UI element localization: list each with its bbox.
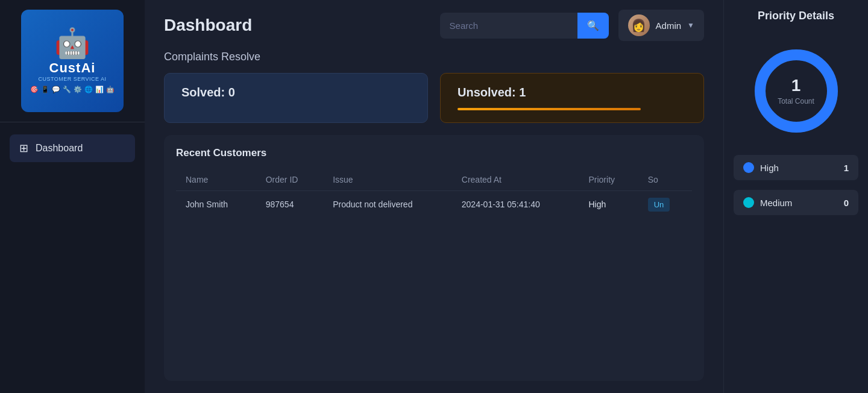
logo-container: 🤖 CustAi CUSTOMER SERVICE AI 🎯 📱 💬 🔧 ⚙️ … <box>0 0 145 122</box>
icon-2: 📱 <box>41 86 49 93</box>
search-button[interactable]: 🔍 <box>577 13 609 39</box>
stat-card-unsolved: Unsolved: 1 <box>440 73 704 123</box>
dashboard-icon: ⊞ <box>19 142 28 155</box>
chevron-down-icon: ▼ <box>687 21 694 30</box>
brand-subtitle: CUSTOMER SERVICE AI <box>38 76 106 82</box>
table-body: John Smith 987654 Product not delivered … <box>176 191 692 218</box>
donut-wrapper: 1 Total Count <box>748 43 844 139</box>
cell-status: Un <box>638 191 692 218</box>
header: Dashboard 🔍 👩 Admin ▼ <box>145 0 723 51</box>
col-order-id: Order ID <box>256 169 323 191</box>
icon-7: 📊 <box>95 86 104 93</box>
solved-label: Solved: 0 <box>181 86 410 99</box>
donut-label: Total Count <box>778 97 814 105</box>
unsolved-label: Unsolved: 1 <box>458 86 687 99</box>
right-panel: Priority Details 1 Total Count High 1 Me… <box>723 0 868 393</box>
priority-count-medium: 0 <box>844 198 849 208</box>
cell-name: John Smith <box>176 191 256 218</box>
priority-left-high: High <box>743 162 779 173</box>
priority-dot-medium <box>743 197 754 208</box>
table-title: Recent Customers <box>176 147 692 159</box>
stats-row: Solved: 0 Unsolved: 1 <box>164 73 704 123</box>
page-title: Dashboard <box>164 16 252 35</box>
icon-5: ⚙️ <box>74 86 82 93</box>
table-row: John Smith 987654 Product not delivered … <box>176 191 692 218</box>
donut-container: 1 Total Count <box>734 37 858 145</box>
sidebar-nav: ⊞ Dashboard <box>0 122 145 174</box>
status-badge: Un <box>648 198 670 212</box>
sidebar-item-label-dashboard: Dashboard <box>36 143 83 154</box>
priority-details-title: Priority Details <box>734 10 858 22</box>
priority-item-high: High 1 <box>734 155 858 180</box>
priority-left-medium: Medium <box>743 197 792 208</box>
sidebar: 🤖 CustAi CUSTOMER SERVICE AI 🎯 📱 💬 🔧 ⚙️ … <box>0 0 145 393</box>
admin-name: Admin <box>656 20 682 31</box>
sidebar-item-dashboard[interactable]: ⊞ Dashboard <box>10 134 135 162</box>
icon-4: 🔧 <box>63 86 71 93</box>
col-created-at: Created At <box>452 169 579 191</box>
table-section: Recent Customers Name Order ID Issue Cre… <box>164 135 704 381</box>
logo-icons-row: 🎯 📱 💬 🔧 ⚙️ 🌐 📊 🤖 <box>30 86 115 93</box>
donut-count: 1 <box>778 76 814 95</box>
header-right: 🔍 👩 Admin ▼ <box>440 10 704 41</box>
cell-issue: Product not delivered <box>323 191 452 218</box>
col-status: So <box>638 169 692 191</box>
section-title: Complaints Resolve <box>164 51 704 63</box>
search-icon: 🔍 <box>587 20 599 31</box>
table-wrapper: Name Order ID Issue Created At Priority … <box>176 169 692 218</box>
search-container: 🔍 <box>440 13 609 39</box>
icon-3: 💬 <box>52 86 60 93</box>
logo-icon: 🤖 <box>54 29 90 58</box>
col-name: Name <box>176 169 256 191</box>
unsolved-bar <box>458 108 641 110</box>
icon-1: 🎯 <box>30 86 39 93</box>
brand-name: CustAi <box>49 60 96 76</box>
content-area: Complaints Resolve Solved: 0 Unsolved: 1… <box>145 51 723 393</box>
icon-6: 🌐 <box>84 86 93 93</box>
icon-8: 🤖 <box>106 86 115 93</box>
main-content: Dashboard 🔍 👩 Admin ▼ Complaints Resolve <box>145 0 723 393</box>
col-issue: Issue <box>323 169 452 191</box>
priority-name-medium: Medium <box>760 198 792 208</box>
admin-menu-button[interactable]: 👩 Admin ▼ <box>618 10 704 41</box>
cell-created-at: 2024-01-31 05:41:40 <box>452 191 579 218</box>
col-priority: Priority <box>579 169 638 191</box>
search-input[interactable] <box>440 13 577 38</box>
donut-center: 1 Total Count <box>778 76 814 106</box>
customers-table: Name Order ID Issue Created At Priority … <box>176 169 692 218</box>
stat-card-solved: Solved: 0 <box>164 73 428 123</box>
priority-dot-high <box>743 162 754 173</box>
cell-order-id: 987654 <box>256 191 323 218</box>
priority-item-medium: Medium 0 <box>734 190 858 215</box>
avatar: 👩 <box>628 14 650 36</box>
table-header: Name Order ID Issue Created At Priority … <box>176 169 692 191</box>
logo-box: 🤖 CustAi CUSTOMER SERVICE AI 🎯 📱 💬 🔧 ⚙️ … <box>21 10 124 112</box>
cell-priority: High <box>579 191 638 218</box>
priority-count-high: 1 <box>844 163 849 173</box>
priority-name-high: High <box>760 163 779 173</box>
